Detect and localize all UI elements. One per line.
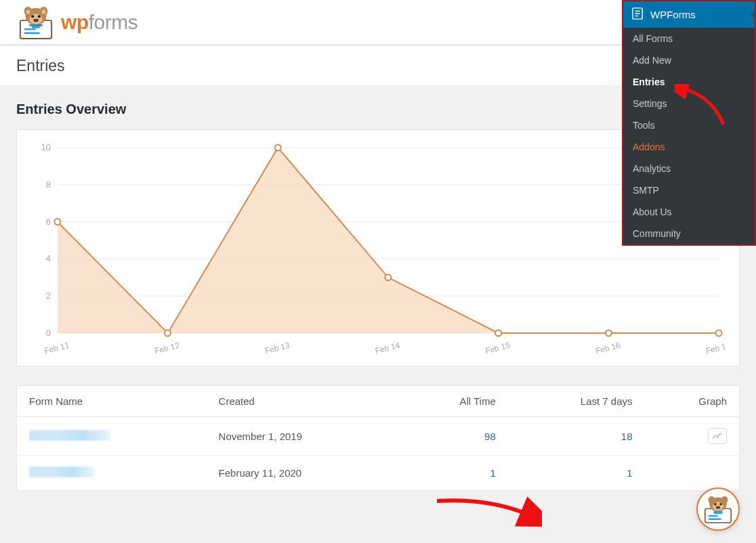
col-created[interactable]: Created — [207, 386, 400, 417]
svg-text:Feb 13: Feb 13 — [264, 341, 291, 356]
svg-point-53 — [716, 506, 720, 509]
sidebar-item-entries[interactable]: Entries — [623, 71, 755, 93]
svg-rect-46 — [709, 519, 721, 520]
col-graph[interactable]: Graph — [645, 386, 740, 417]
redacted-form-name — [29, 466, 94, 477]
cell-graph — [645, 417, 740, 456]
svg-point-51 — [714, 503, 717, 506]
svg-text:Feb 11: Feb 11 — [43, 341, 70, 356]
table-row[interactable]: November 1, 20199818 — [17, 417, 740, 456]
svg-point-52 — [719, 503, 722, 506]
svg-text:6: 6 — [46, 217, 51, 227]
svg-point-11 — [33, 18, 39, 22]
submenu-caret-icon — [751, 11, 755, 19]
cell-created: November 1, 2019 — [207, 417, 400, 456]
svg-rect-45 — [709, 515, 718, 517]
svg-point-7 — [26, 9, 30, 14]
svg-point-8 — [42, 9, 46, 14]
svg-point-27 — [165, 330, 171, 336]
svg-rect-54 — [714, 511, 723, 514]
svg-point-31 — [606, 330, 612, 336]
submenu-title: WPForms — [650, 9, 696, 20]
redacted-form-name — [29, 430, 110, 441]
svg-point-30 — [495, 330, 501, 336]
sidebar-item-analytics[interactable]: Analytics — [623, 158, 755, 179]
brand-logo: wpforms — [16, 5, 138, 40]
sidebar-item-label: All Forms — [633, 33, 673, 44]
sidebar-item-tools[interactable]: Tools — [623, 114, 755, 136]
svg-text:10: 10 — [41, 144, 50, 152]
sidebar-item-label: About Us — [633, 207, 672, 217]
sidebar-item-label: Addons — [633, 142, 665, 152]
svg-text:4: 4 — [46, 253, 51, 263]
svg-text:0: 0 — [46, 328, 51, 338]
wpforms-submenu: WPForms All FormsAdd NewEntriesSettingsT… — [622, 0, 756, 246]
svg-point-50 — [721, 496, 728, 504]
svg-text:Feb 12: Feb 12 — [154, 341, 181, 356]
wpforms-mascot-icon — [702, 493, 734, 525]
cell-last-7[interactable]: 1 — [508, 456, 645, 491]
sidebar-item-community[interactable]: Community — [623, 223, 755, 244]
cell-form-name — [17, 417, 207, 456]
svg-text:Feb 15: Feb 15 — [484, 341, 511, 356]
cell-form-name — [17, 456, 207, 491]
sidebar-item-label: Settings — [633, 98, 667, 109]
wpforms-mascot-icon — [16, 5, 56, 40]
brand-text-wp: wp — [61, 11, 89, 33]
svg-point-9 — [31, 15, 34, 18]
svg-point-29 — [385, 274, 391, 280]
sidebar-item-label: Community — [633, 228, 681, 239]
col-last-7-days[interactable]: Last 7 days — [508, 386, 645, 417]
sidebar-item-label: Tools — [633, 120, 655, 131]
svg-point-32 — [716, 330, 722, 336]
sidebar-item-label: Analytics — [633, 163, 671, 174]
cell-created: February 11, 2020 — [207, 456, 400, 491]
cell-graph — [645, 456, 740, 491]
page-title: Entries — [16, 57, 65, 75]
svg-text:Feb 14: Feb 14 — [374, 341, 401, 356]
svg-text:8: 8 — [46, 179, 51, 190]
svg-point-26 — [54, 219, 60, 225]
brand-text-forms: forms — [89, 11, 138, 33]
svg-rect-2 — [24, 32, 40, 34]
sidebar-item-smtp[interactable]: SMTP — [623, 179, 755, 201]
svg-rect-13 — [29, 24, 42, 26]
sidebar-item-label: Add New — [633, 55, 671, 66]
sidebar-item-label: SMTP — [633, 185, 659, 196]
sidebar-item-about-us[interactable]: About Us — [623, 201, 755, 223]
sidebar-item-all-forms[interactable]: All Forms — [623, 28, 755, 49]
svg-text:Feb 16: Feb 16 — [595, 341, 622, 356]
cell-all-time[interactable]: 1 — [400, 456, 508, 491]
sidebar-item-label: Entries — [633, 77, 665, 87]
help-avatar-button[interactable] — [696, 487, 740, 531]
brand-wordmark: wpforms — [61, 11, 138, 34]
sidebar-item-settings[interactable]: Settings — [623, 93, 755, 114]
svg-text:Feb 17: Feb 17 — [705, 341, 726, 356]
graph-button[interactable] — [708, 428, 727, 444]
sidebar-item-add-new[interactable]: Add New — [623, 49, 755, 71]
submenu-header[interactable]: WPForms — [623, 1, 755, 28]
svg-text:2: 2 — [46, 290, 51, 301]
col-all-time[interactable]: All Time — [400, 386, 508, 417]
svg-point-10 — [38, 15, 41, 18]
col-form-name[interactable]: Form Name — [17, 386, 207, 417]
svg-point-28 — [275, 145, 281, 151]
forms-table: Form Name Created All Time Last 7 days G… — [16, 385, 740, 491]
wpforms-menu-icon — [631, 7, 644, 22]
cell-all-time[interactable]: 98 — [400, 417, 508, 456]
svg-rect-1 — [24, 28, 36, 30]
table-row[interactable]: February 11, 202011 — [17, 456, 740, 491]
cell-last-7[interactable]: 18 — [508, 417, 645, 456]
sidebar-item-addons[interactable]: Addons — [623, 136, 755, 158]
svg-point-49 — [709, 496, 715, 504]
